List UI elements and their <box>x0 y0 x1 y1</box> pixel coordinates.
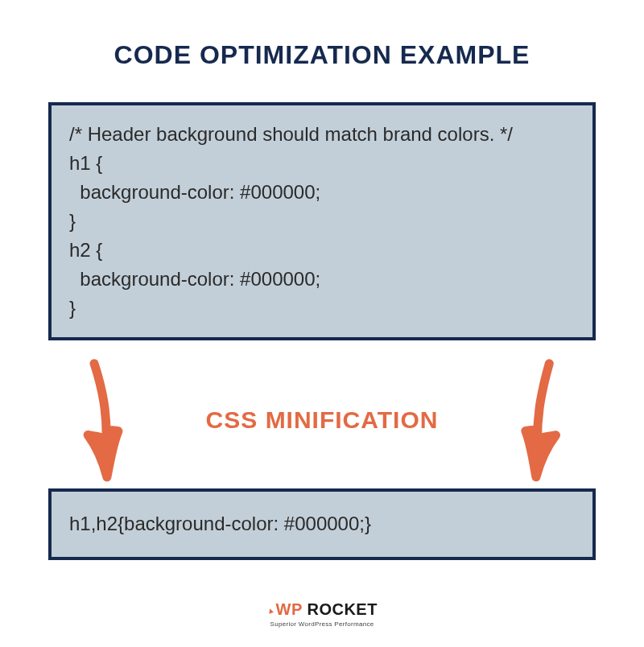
code-after-box: h1,h2{background-color: #000000;} <box>48 488 596 560</box>
arrow-down-icon <box>503 354 577 488</box>
subtitle: CSS MINIFICATION <box>206 406 439 434</box>
code-before-box: /* Header background should match brand … <box>48 102 596 340</box>
transition-row: CSS MINIFICATION <box>48 352 596 488</box>
arrow-down-icon <box>68 354 140 487</box>
rocket-icon: ▲ <box>266 605 277 616</box>
wp-rocket-logo: ▲WP ROCKET Superior WordPress Performanc… <box>0 600 644 628</box>
logo-tagline: Superior WordPress Performance <box>0 620 644 628</box>
page-title: CODE OPTIMIZATION EXAMPLE <box>114 40 530 70</box>
logo-rocket: ROCKET <box>307 600 377 618</box>
logo-wp: WP <box>276 600 303 618</box>
